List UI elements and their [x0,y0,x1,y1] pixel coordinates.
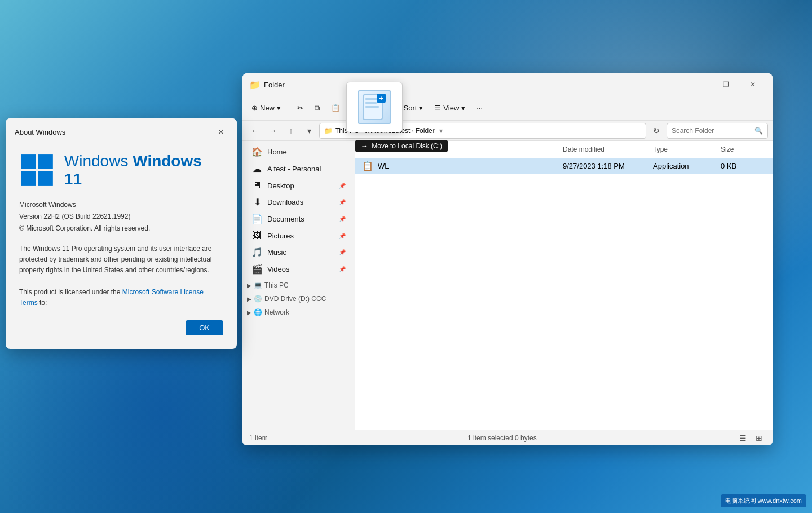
paste-icon: 📋 [331,104,340,112]
sidebar-item-pictures[interactable]: 🖼 Pictures 📌 [245,228,352,244]
recent-locations-button[interactable]: ▾ [301,123,317,139]
list-view-button[interactable]: ☰ [736,432,750,444]
back-button[interactable]: ← [247,123,263,139]
folder-title-icon: 📁 [249,79,261,90]
about-ok-area: OK [19,320,223,338]
path-segment-folder: Folder [416,127,435,135]
sidebar-section-network[interactable]: ▶ 🌐 Network [242,305,355,319]
file-icon-wl: 📋 [362,161,373,171]
home-icon: 🏠 [251,147,263,157]
copy-icon: ⧉ [315,104,320,113]
statusbar-count: 1 item [249,434,268,442]
explorer-toolbar: ⊕ New ▾ ✂ ⧉ 📋 🗑 ↕ ⇅ Sort ▾ ☰ View ▾ [242,96,773,121]
explorer-main-area: 🏠 Home ☁ A test - Personal 🖥 Desktop 📌 ⬇… [242,141,773,430]
sidebar-item-desktop[interactable]: 🖥 Desktop 📌 [245,178,352,193]
documents-icon: 📄 [251,214,263,224]
windows11-title: Windows Windows 11 [64,152,223,188]
sidebar-music-label: Music [267,248,286,256]
sidebar-section-thispc[interactable]: ▶ 💻 This PC [242,278,355,291]
sidebar-item-music[interactable]: 🎵 Music 📌 [245,244,352,260]
refresh-button[interactable]: ↻ [648,123,664,139]
file-explorer-window: 📁 Folder — ❐ ✕ ⊕ New ▾ ✂ ⧉ 📋 🗑 ↕ [242,73,773,445]
about-version-info: Microsoft Windows Version 22H2 (OS Build… [19,200,223,235]
statusbar-view-controls: ☰ ⊞ [736,432,766,444]
cut-button[interactable]: ✂ [293,99,308,117]
up-button[interactable]: ↑ [283,123,299,139]
sidebar-item-documents[interactable]: 📄 Documents 📌 [245,211,352,227]
sidebar-item-videos[interactable]: 🎬 Videos 📌 [245,261,352,277]
music-pin-icon: 📌 [339,249,346,255]
thispc-expand-icon: ▶ [247,282,251,289]
forward-button[interactable]: → [265,123,281,139]
sidebar-desktop-label: Desktop [267,182,294,190]
more-icon: ··· [476,104,483,112]
copy-button[interactable]: ⧉ [310,99,324,117]
drag-file-icon: + [358,90,391,124]
explorer-window-title: Folder [264,81,285,89]
sidebar-downloads-label: Downloads [267,198,303,206]
minimize-button[interactable]: — [686,76,712,93]
search-box: 🔍 [667,123,768,139]
move-to-tooltip: Move to Local Disk (C:) [355,140,448,152]
header-type[interactable]: Type [653,143,721,156]
file-type-wl: Application [653,162,721,170]
paste-button[interactable]: 📋 [326,99,345,117]
move-to-text: Move to Local Disk (C:) [372,142,442,150]
music-icon: 🎵 [251,247,263,258]
search-input[interactable] [672,127,754,135]
sidebar-item-home[interactable]: 🏠 Home [245,144,352,160]
windows11-logo-icon [19,152,55,188]
desktop-icon: 🖥 [251,180,263,191]
network-icon: 🌐 [254,308,262,316]
header-date[interactable]: Date modified [563,143,653,156]
svg-rect-2 [21,171,36,186]
statusbar-selected: 1 item selected 0 bytes [467,434,537,442]
desktop-pin-icon: 📌 [339,183,346,189]
about-license-link-area: This product is licensed under the Micro… [19,287,223,308]
pictures-icon: 🖼 [251,231,263,241]
about-close-button[interactable]: ✕ [214,125,228,139]
about-ok-button[interactable]: OK [186,320,223,335]
atest-personal-icon: ☁ [251,163,263,174]
watermark: 电脑系统网 www.dnxtw.com [721,494,806,507]
header-size[interactable]: Size [721,143,766,156]
drag-preview-tooltip: + [346,82,403,132]
toolbar-separator-1 [289,101,289,115]
downloads-pin-icon: 📌 [339,199,346,205]
new-dropdown-icon: ▾ [277,104,281,112]
sidebar-documents-label: Documents [267,215,304,223]
path-dropdown-icon: ▾ [439,127,443,135]
view-dropdown-icon: ▾ [461,104,465,112]
maximize-button[interactable]: ❐ [713,76,739,93]
svg-rect-6 [365,102,377,104]
grid-view-button[interactable]: ⊞ [752,432,766,444]
view-label: View [443,104,459,112]
about-title-bar: About Windows ✕ [6,118,237,143]
pictures-pin-icon: 📌 [339,233,346,239]
new-label: New [260,104,275,112]
documents-pin-icon: 📌 [339,216,346,222]
close-button[interactable]: ✕ [740,76,766,93]
about-dialog-title: About Windows [15,128,65,136]
sidebar-videos-label: Videos [267,265,290,273]
explorer-title-bar: 📁 Folder — ❐ ✕ [242,73,773,96]
network-expand-icon: ▶ [247,309,251,316]
sidebar-item-atest-personal[interactable]: ☁ A test - Personal [245,161,352,177]
file-row-wl[interactable]: 📋 WL 9/27/2023 1:18 PM Application 0 KB [355,158,773,174]
about-dialog-body: Windows Windows 11 Microsoft Windows Ver… [6,143,237,349]
title-controls: — ❐ ✕ [686,76,766,93]
new-button[interactable]: ⊕ New ▾ [247,99,285,117]
file-name-cell: 📋 WL [362,161,563,171]
cut-icon: ✂ [297,104,303,112]
view-button[interactable]: ☰ View ▾ [430,99,470,117]
more-button[interactable]: ··· [472,99,487,117]
sidebar-home-label: Home [267,148,287,156]
view-icon: ☰ [434,104,441,112]
dvd-expand-icon: ▶ [247,296,251,302]
sidebar-item-downloads[interactable]: ⬇ Downloads 📌 [245,194,352,210]
title-left: 📁 Folder [249,79,285,90]
svg-text:+: + [379,95,383,103]
dvd-label: DVD Drive (D:) CCC [264,295,326,303]
sidebar-section-dvd[interactable]: ▶ 💿 DVD Drive (D:) CCC [242,291,355,305]
videos-pin-icon: 📌 [339,266,346,272]
